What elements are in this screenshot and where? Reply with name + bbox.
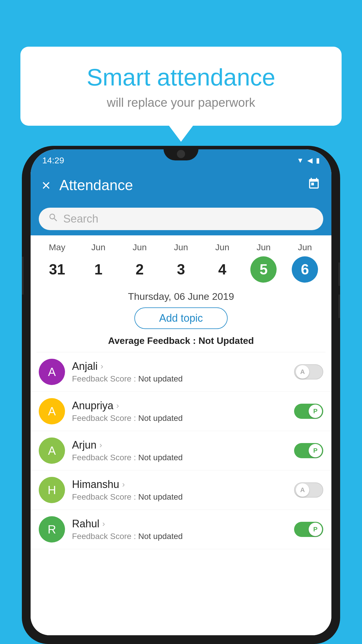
calendar-day[interactable]: May31 [40, 242, 75, 283]
speech-bubble-container: Smart attendance will replace your paper… [20, 47, 342, 126]
toggle-thumb: P [309, 405, 322, 418]
phone-inner: 14:29 ▼ ◀ ▮ × Attendance [27, 146, 335, 639]
calendar-day[interactable]: Jun1 [81, 242, 116, 283]
speech-bubble-title: Smart attendance [38, 64, 324, 90]
attendance-toggle[interactable]: A [294, 364, 323, 379]
cal-month-label: Jun [215, 242, 229, 252]
search-input[interactable]: Search [63, 213, 98, 225]
cal-month-label: May [49, 242, 66, 252]
chevron-icon: › [116, 401, 119, 410]
student-name: Arjun › [72, 439, 287, 451]
cal-date-number: 2 [126, 256, 153, 283]
calendar-day[interactable]: Jun2 [122, 242, 157, 283]
calendar-day[interactable]: Jun6 [287, 242, 322, 283]
selected-date: Thursday, 06 June 2019 [31, 283, 331, 307]
screen: 14:29 ▼ ◀ ▮ × Attendance [31, 149, 331, 635]
cal-month-label: Jun [256, 242, 270, 252]
content-area: Search May31Jun1Jun2Jun3Jun4Jun5Jun6 Thu… [31, 201, 331, 635]
cal-date-number: 3 [168, 256, 194, 283]
cal-date-number: 31 [44, 256, 70, 283]
battery-icon: ▮ [316, 156, 320, 164]
avg-feedback-value: Not Updated [198, 335, 254, 346]
status-time: 14:29 [42, 155, 64, 165]
signal-icon: ◀ [307, 156, 312, 164]
close-button[interactable]: × [42, 176, 50, 194]
cal-month-label: Jun [91, 242, 105, 252]
cal-month-label: Jun [298, 242, 312, 252]
chevron-icon: › [102, 519, 105, 528]
cal-date-number: 1 [85, 256, 112, 283]
add-topic-button[interactable]: Add topic [134, 307, 228, 329]
search-icon [48, 212, 59, 225]
speech-bubble-subtitle: will replace your paperwork [38, 96, 324, 110]
feedback-score: Feedback Score : Not updated [72, 492, 287, 502]
cal-date-number: 6 [292, 256, 318, 283]
search-container: Search [31, 201, 331, 235]
feedback-score: Feedback Score : Not updated [72, 532, 287, 541]
speech-bubble: Smart attendance will replace your paper… [20, 47, 342, 126]
toggle-thumb: P [309, 523, 322, 536]
student-row[interactable]: HHimanshu ›Feedback Score : Not updatedA [31, 470, 331, 510]
student-info: Rahul ›Feedback Score : Not updated [72, 518, 287, 541]
attendance-toggle[interactable]: P [294, 404, 323, 419]
calendar-icon[interactable] [307, 177, 320, 193]
toggle-thumb: P [309, 444, 322, 457]
student-row[interactable]: AArjun ›Feedback Score : Not updatedP [31, 431, 331, 470]
app-bar: × Attendance [31, 169, 331, 201]
wifi-icon: ▼ [297, 156, 304, 164]
avatar: A [39, 438, 65, 464]
avg-feedback-label: Average Feedback : [108, 335, 196, 346]
attendance-toggle[interactable]: P [294, 443, 323, 458]
student-info: Arjun ›Feedback Score : Not updated [72, 439, 287, 462]
app-bar-title: Attendance [59, 177, 299, 194]
toggle-thumb: A [296, 483, 309, 497]
notch [164, 146, 198, 160]
cal-month-label: Jun [174, 242, 188, 252]
cal-month-label: Jun [133, 242, 147, 252]
student-name: Rahul › [72, 518, 287, 530]
students-list: AAnjali ›Feedback Score : Not updatedAAA… [31, 352, 331, 549]
student-name: Anupriya › [72, 400, 287, 412]
toggle-thumb: A [296, 365, 309, 379]
student-row[interactable]: AAnupriya ›Feedback Score : Not updatedP [31, 392, 331, 431]
power-button [22, 257, 24, 295]
chevron-icon: › [101, 362, 103, 371]
calendar-day[interactable]: Jun3 [164, 242, 198, 283]
phone-frame: 14:29 ▼ ◀ ▮ × Attendance [22, 146, 340, 644]
avatar: A [39, 359, 65, 385]
attendance-toggle[interactable]: P [294, 522, 323, 537]
avatar: R [39, 516, 65, 542]
student-info: Himanshu ›Feedback Score : Not updated [72, 478, 287, 502]
attendance-toggle[interactable]: A [294, 482, 323, 498]
chevron-icon: › [122, 480, 125, 489]
student-info: Anjali ›Feedback Score : Not updated [72, 360, 287, 384]
status-icons: ▼ ◀ ▮ [297, 156, 320, 164]
student-name: Anjali › [72, 360, 287, 372]
average-feedback: Average Feedback : Not Updated [31, 335, 331, 346]
student-row[interactable]: RRahul ›Feedback Score : Not updatedP [31, 510, 331, 549]
cal-date-number: 5 [250, 256, 277, 283]
chevron-icon: › [99, 440, 102, 450]
feedback-score: Feedback Score : Not updated [72, 453, 287, 462]
avatar: H [39, 477, 65, 503]
volume-down-button [338, 295, 340, 318]
camera [177, 150, 185, 158]
calendar-day[interactable]: Jun5 [246, 242, 281, 283]
volume-up-button [338, 262, 340, 286]
calendar-row: May31Jun1Jun2Jun3Jun4Jun5Jun6 [31, 235, 331, 283]
feedback-score: Feedback Score : Not updated [72, 374, 287, 384]
calendar-day[interactable]: Jun4 [205, 242, 240, 283]
student-row[interactable]: AAnjali ›Feedback Score : Not updatedA [31, 352, 331, 392]
student-info: Anupriya ›Feedback Score : Not updated [72, 400, 287, 423]
search-bar[interactable]: Search [39, 208, 323, 230]
avatar: A [39, 398, 65, 424]
student-name: Himanshu › [72, 478, 287, 491]
feedback-score: Feedback Score : Not updated [72, 414, 287, 423]
cal-date-number: 4 [209, 256, 236, 283]
